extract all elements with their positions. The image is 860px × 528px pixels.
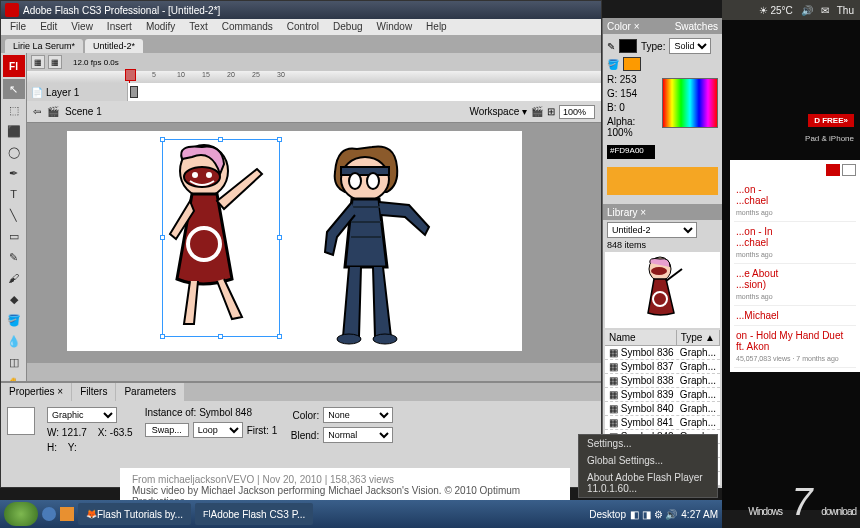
r-value[interactable]: R: 253	[607, 74, 636, 85]
alpha-value[interactable]: Alpha: 100%	[607, 116, 662, 138]
ie-icon[interactable]	[42, 507, 56, 521]
show-desktop[interactable]: Desktop	[589, 509, 626, 520]
g-value[interactable]: G: 154	[607, 88, 637, 99]
first-frame[interactable]: First: 1	[247, 425, 278, 436]
grid-view-icon[interactable]	[826, 164, 840, 176]
zoom-input[interactable]	[559, 105, 595, 119]
menu-control[interactable]: Control	[280, 19, 326, 35]
workspace-dropdown[interactable]: Workspace ▾	[469, 106, 527, 117]
edit-scene-icon[interactable]: 🎬	[531, 106, 543, 117]
fill-icon[interactable]: 🪣	[607, 59, 619, 70]
paint-bucket-tool[interactable]: 🪣	[3, 310, 25, 330]
symbol-instance[interactable]	[317, 137, 447, 357]
tab-filters[interactable]: Filters	[72, 383, 115, 401]
free-badge[interactable]: D FREE»	[808, 114, 854, 127]
eraser-tool[interactable]: ◫	[3, 352, 25, 372]
volume-icon[interactable]: 🔊	[801, 5, 813, 16]
stroke-swatch[interactable]	[619, 39, 637, 53]
stroke-icon[interactable]: ✎	[607, 41, 615, 52]
fill-swatch[interactable]	[623, 57, 641, 71]
library-item[interactable]: ▦ Symbol 840Graph...	[605, 402, 720, 416]
menu-help[interactable]: Help	[419, 19, 454, 35]
color-spectrum[interactable]	[662, 78, 718, 128]
fill-type-select[interactable]: Solid	[669, 38, 711, 54]
pencil-tool[interactable]: ✎	[3, 247, 25, 267]
menu-view[interactable]: View	[64, 19, 100, 35]
instance-type-select[interactable]: Graphic	[47, 407, 117, 423]
playhead[interactable]	[129, 71, 130, 83]
library-item[interactable]: ▦ Symbol 841Graph...	[605, 416, 720, 430]
edit-symbol-icon[interactable]: ⊞	[547, 106, 555, 117]
tray-icons[interactable]: ◧ ◨ ⚙ 🔊	[630, 509, 677, 520]
menu-commands[interactable]: Commands	[215, 19, 280, 35]
menu-text[interactable]: Text	[182, 19, 214, 35]
menu-settings[interactable]: Settings...	[579, 435, 717, 452]
y-value[interactable]: Y:	[68, 442, 77, 453]
titlebar[interactable]: Adobe Flash CS3 Professional - [Untitled…	[1, 1, 601, 19]
menu-file[interactable]: File	[3, 19, 33, 35]
menu-window[interactable]: Window	[370, 19, 420, 35]
timeline-btn[interactable]: ▦	[48, 55, 62, 69]
menu-global-settings[interactable]: Global Settings...	[579, 452, 717, 469]
related-video-item[interactable]: ...on - In...chaelmonths ago	[734, 222, 856, 264]
free-transform-tool[interactable]: ⬛	[3, 121, 25, 141]
menu-edit[interactable]: Edit	[33, 19, 64, 35]
height-value[interactable]: H:	[47, 442, 57, 453]
subselect-tool[interactable]: ⬚	[3, 100, 25, 120]
library-item[interactable]: ▦ Symbol 838Graph...	[605, 374, 720, 388]
timeline-ruler[interactable]: 151015202530	[27, 71, 601, 83]
width-value[interactable]: W: 121.7	[47, 427, 87, 438]
menu-debug[interactable]: Debug	[326, 19, 369, 35]
eyedropper-tool[interactable]: 💧	[3, 331, 25, 351]
list-view-icon[interactable]	[842, 164, 856, 176]
related-video-item[interactable]: on - Hold My Hand Duet ft. Akon45,057,08…	[734, 326, 856, 368]
ink-bottle-tool[interactable]: ◆	[3, 289, 25, 309]
taskbar-item[interactable]: Fl Adobe Flash CS3 P...	[195, 503, 313, 525]
selection-tool[interactable]: ↖	[3, 79, 25, 99]
start-button[interactable]	[4, 502, 38, 526]
tab-properties[interactable]: Properties ×	[1, 383, 71, 401]
menu-insert[interactable]: Insert	[100, 19, 139, 35]
hex-input[interactable]: #FD9A00	[607, 145, 655, 159]
menu-about[interactable]: About Adobe Flash Player 11.0.1.60...	[579, 469, 717, 497]
stage-canvas[interactable]	[67, 131, 522, 351]
related-video-item[interactable]: ...e About...sion)months ago	[734, 264, 856, 306]
scene-name[interactable]: Scene 1	[65, 106, 102, 117]
library-doc-select[interactable]: Untitled-2	[607, 222, 697, 238]
tab-parameters[interactable]: Parameters	[116, 383, 184, 401]
clock[interactable]: 4:27 AM	[681, 509, 718, 520]
doc-tab[interactable]: Lirie La Serum*	[5, 39, 83, 53]
back-icon[interactable]: ⇦	[33, 106, 41, 117]
doc-tab-active[interactable]: Untitled-2*	[85, 39, 143, 53]
x-value[interactable]: X: -63.5	[98, 427, 133, 438]
col-type[interactable]: Type ▲	[677, 330, 720, 345]
timeline-layer[interactable]: 📄Layer 1	[27, 83, 601, 101]
rectangle-tool[interactable]: ▭	[3, 226, 25, 246]
col-name[interactable]: Name	[605, 330, 677, 345]
stage-area[interactable]	[27, 123, 601, 363]
explorer-icon[interactable]	[60, 507, 74, 521]
text-tool[interactable]: T	[3, 184, 25, 204]
ubuntu-panel: ☀ 25°C 🔊 ✉ Thu	[722, 0, 860, 20]
taskbar-item[interactable]: 🦊 Flash Tutorials by...	[78, 503, 191, 525]
keyframe[interactable]	[130, 86, 138, 98]
library-item[interactable]: ▦ Symbol 837Graph...	[605, 360, 720, 374]
line-tool[interactable]: ╲	[3, 205, 25, 225]
color-panel-header[interactable]: Color ×Swatches	[603, 18, 722, 34]
brush-tool[interactable]: 🖌	[3, 268, 25, 288]
color-select[interactable]: None	[323, 407, 393, 423]
related-video-item[interactable]: ...Michael	[734, 306, 856, 326]
mail-icon[interactable]: ✉	[821, 5, 829, 16]
loop-select[interactable]: Loop	[193, 422, 243, 438]
blend-select[interactable]: Normal	[323, 427, 393, 443]
timeline-btn[interactable]: ▦	[31, 55, 45, 69]
library-item[interactable]: ▦ Symbol 839Graph...	[605, 388, 720, 402]
library-panel-header[interactable]: Library ×	[603, 204, 722, 220]
lasso-tool[interactable]: ◯	[3, 142, 25, 162]
menu-modify[interactable]: Modify	[139, 19, 182, 35]
b-value[interactable]: B: 0	[607, 102, 625, 113]
swap-button[interactable]: Swap...	[145, 423, 189, 437]
pen-tool[interactable]: ✒	[3, 163, 25, 183]
library-item[interactable]: ▦ Symbol 836Graph...	[605, 346, 720, 360]
related-video-item[interactable]: ...on -...chaelmonths ago	[734, 180, 856, 222]
